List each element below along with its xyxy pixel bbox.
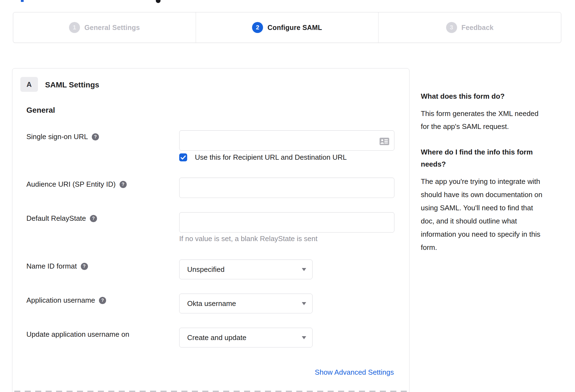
update-username-label: Update application username on bbox=[26, 330, 129, 339]
relay-state-help-icon[interactable] bbox=[90, 215, 97, 222]
wizard-stepper: 1 General Settings 2 Configure SAML 3 Fe… bbox=[13, 12, 561, 43]
cutoff-icon-fragment bbox=[156, 0, 161, 3]
name-id-help-icon[interactable] bbox=[81, 263, 88, 270]
general-heading: General bbox=[26, 106, 55, 115]
app-username-select[interactable]: Okta username bbox=[179, 294, 313, 313]
relay-state-label: Default RelayState bbox=[26, 214, 97, 223]
show-advanced-settings-link[interactable]: Show Advanced Settings bbox=[315, 368, 394, 377]
recipient-url-checkbox-label: Use this for Recipient URL and Destinati… bbox=[195, 153, 347, 162]
checkmark-icon bbox=[181, 155, 186, 160]
step-2-number: 2 bbox=[252, 22, 263, 33]
cutoff-title-fragment bbox=[21, 0, 24, 2]
step-feedback[interactable]: 3 Feedback bbox=[378, 12, 561, 43]
section-a-badge: A bbox=[20, 77, 38, 92]
sso-help-icon[interactable] bbox=[92, 133, 99, 140]
sidebar-answer-2: The app you're trying to integrate with … bbox=[421, 175, 575, 254]
sidebar-question-2: Where do I find the info this form needs… bbox=[421, 146, 575, 170]
name-id-format-select[interactable]: Unspecified bbox=[179, 260, 313, 279]
name-id-format-label: Name ID format bbox=[26, 262, 88, 270]
name-id-format-value: Unspecified bbox=[187, 260, 225, 279]
section-dashed-divider bbox=[14, 391, 407, 392]
chevron-down-icon bbox=[302, 336, 306, 339]
sidebar-question-1: What does this form do? bbox=[421, 90, 575, 102]
step-1-label: General Settings bbox=[84, 24, 140, 32]
step-3-label: Feedback bbox=[461, 24, 494, 32]
audience-help-icon[interactable] bbox=[120, 181, 127, 188]
step-1-number: 1 bbox=[69, 22, 80, 33]
chevron-down-icon bbox=[302, 268, 306, 271]
audience-uri-input[interactable] bbox=[179, 178, 394, 198]
sso-url-input[interactable] bbox=[179, 130, 394, 151]
panel-title: SAML Settings bbox=[45, 81, 99, 89]
audience-uri-label: Audience URI (SP Entity ID) bbox=[26, 180, 127, 189]
update-username-value: Create and update bbox=[187, 328, 246, 347]
chevron-down-icon bbox=[302, 302, 306, 305]
app-username-label: Application username bbox=[26, 296, 106, 305]
step-general-settings[interactable]: 1 General Settings bbox=[13, 12, 196, 43]
step-3-number: 3 bbox=[446, 22, 457, 33]
recipient-url-checkbox[interactable] bbox=[179, 153, 187, 161]
app-username-help-icon[interactable] bbox=[99, 297, 106, 304]
relay-state-input[interactable] bbox=[179, 212, 394, 233]
app-username-value: Okta username bbox=[187, 294, 236, 313]
sidebar-answer-1: This form generates the XML needed for t… bbox=[421, 107, 575, 133]
update-username-select[interactable]: Create and update bbox=[179, 328, 313, 347]
step-2-label: Configure SAML bbox=[267, 24, 322, 32]
saml-settings-panel: A SAML Settings General Single sign-on U… bbox=[12, 68, 410, 392]
step-configure-saml[interactable]: 2 Configure SAML bbox=[196, 12, 378, 43]
relay-state-hint: If no value is set, a blank RelayState i… bbox=[179, 234, 317, 243]
sso-url-label: Single sign-on URL bbox=[26, 132, 99, 141]
sso-recipient-checkbox-row: Use this for Recipient URL and Destinati… bbox=[179, 153, 347, 162]
